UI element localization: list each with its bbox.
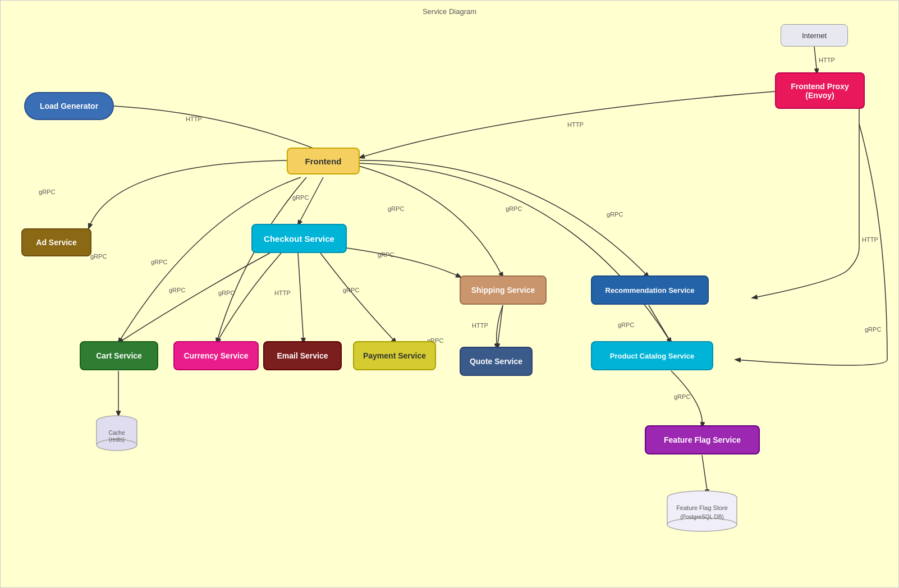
currency-service-node[interactable]: Currency Service xyxy=(173,341,259,370)
load-generator-node[interactable]: Load Generator xyxy=(24,92,114,120)
shipping-service-node[interactable]: Shipping Service xyxy=(460,275,547,305)
service-diagram: Service Diagram xyxy=(0,0,899,588)
label-http-shipping-quote: HTTP xyxy=(472,322,488,329)
label-grpc-frontend-checkout: gRPC xyxy=(292,194,309,201)
ad-service-node[interactable]: Ad Service xyxy=(21,228,91,256)
email-service-node[interactable]: Email Service xyxy=(263,341,342,370)
svg-text:(redis): (redis) xyxy=(109,437,125,443)
label-grpc-checkout-currency: gRPC xyxy=(218,290,235,296)
label-grpc-frontend-shipping: gRPC xyxy=(388,205,404,212)
checkout-service-node[interactable]: Checkout Service xyxy=(251,224,347,253)
label-grpc-frontend-currency: gRPC xyxy=(151,259,167,265)
recommendation-service-node[interactable]: Recommendation Service xyxy=(591,275,709,305)
label-http-checkout-email: HTTP xyxy=(274,290,291,296)
svg-text:(PostgreSQL DB): (PostgreSQL DB) xyxy=(680,514,723,520)
label-grpc-prodcat-featureflag: gRPC xyxy=(674,393,690,400)
label-http-internet-feproxy: HTTP xyxy=(819,57,835,63)
label-grpc-frontend-cart: gRPC xyxy=(90,253,107,260)
arrows-layer xyxy=(1,1,899,588)
label-http-feproxy-frontend: HTTP xyxy=(567,121,584,128)
feature-flag-store-node[interactable]: Feature Flag Store (PostgreSQL DB) xyxy=(654,490,750,535)
frontend-node[interactable]: Frontend xyxy=(287,148,360,174)
label-grpc-checkout-shipping: gRPC xyxy=(378,251,394,258)
cart-service-node[interactable]: Cart Service xyxy=(80,341,158,370)
product-catalog-service-node[interactable]: Product Catalog Service xyxy=(591,341,713,370)
frontend-proxy-node[interactable]: Frontend Proxy(Envoy) xyxy=(775,72,865,109)
label-grpc-rec-prodcat: gRPC xyxy=(618,321,634,328)
svg-text:Cache: Cache xyxy=(109,430,125,436)
diagram-title: Service Diagram xyxy=(423,7,476,16)
cache-redis-icon: Cache (redis) xyxy=(94,415,139,454)
internet-node[interactable]: Internet xyxy=(781,24,848,47)
payment-service-node[interactable]: Payment Service xyxy=(353,341,436,370)
label-grpc-frontend-ad: gRPC xyxy=(39,189,55,195)
label-grpc-frontend-rec: gRPC xyxy=(506,205,522,212)
feature-flag-store-icon: Feature Flag Store (PostgreSQL DB) xyxy=(663,490,741,535)
svg-text:Feature Flag Store: Feature Flag Store xyxy=(676,504,728,511)
label-grpc-checkout-cart: gRPC xyxy=(169,287,185,293)
label-grpc-frontend-prodcat: gRPC xyxy=(607,211,623,218)
feature-flag-service-node[interactable]: Feature Flag Service xyxy=(645,425,760,454)
label-grpc-feproxy-prodcat: gRPC xyxy=(865,326,881,333)
quote-service-node[interactable]: Quote Service xyxy=(460,347,533,376)
label-http-loadgen: HTTP xyxy=(186,116,202,122)
label-grpc-checkout-payment: gRPC xyxy=(343,287,359,293)
cache-redis-node[interactable]: Cache (redis) xyxy=(86,415,148,454)
label-http-feproxy-right: HTTP xyxy=(862,236,878,243)
